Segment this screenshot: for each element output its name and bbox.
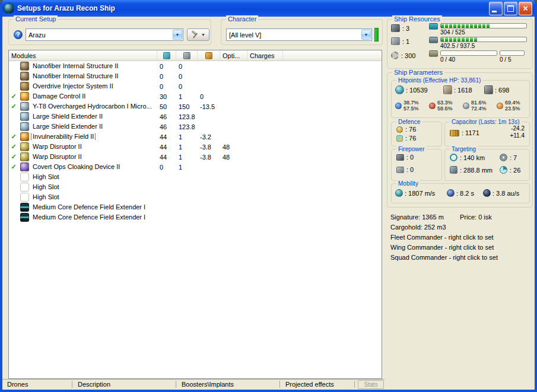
dronebay-bar [440,50,497,56]
optimal-column-title: Opti... [223,52,240,59]
targeting-label: Targeting [450,145,478,153]
module-row[interactable]: ✓ Warp Disruptor II 44 1 -3.8 48 [9,152,382,162]
character-select[interactable]: [All level V] ▼ [226,28,372,41]
tab-description[interactable]: Description [78,381,110,388]
powergrid-column-icon [183,52,190,59]
module-cpu-value: 46 [157,113,176,120]
capacitor-balance-stats: -24.2 +11.4 [510,125,525,139]
module-name: Large Shield Extender II [31,113,104,120]
minimize-button[interactable] [489,2,503,15]
cpu-stat: 304 / 525 [429,23,527,36]
column-header-filler [283,50,382,60]
close-button[interactable]: × [519,2,532,15]
capacitor-recharge-value: +11.4 [510,132,525,139]
character-group: Character [All level V] ▼ [221,19,383,45]
thermal-resist-icon [429,103,436,109]
titlebar[interactable]: Setups for Arazu Recon Ship × [0,0,537,17]
module-powergrid-value: 0 [176,73,198,80]
module-powergrid-value: 123.8 [176,113,198,120]
module-name: Y-T8 Overcharged Hydrocarbon I Micro... [31,103,153,110]
module-powergrid-value: 1 [176,133,198,141]
module-name: Invulnerability Field II [31,133,95,141]
fleet-commander-line[interactable]: Fleet Commander - right click to set [390,234,494,241]
modules-table-body: Nanofiber Internal Structure II 0 0 Nano… [9,61,382,222]
column-header-powergrid[interactable] [176,50,198,60]
targeting-group: Targeting : 140 km : 7 : 288.8 mm : 26 [444,149,530,181]
damage-control-icon [20,92,29,101]
help-icon[interactable]: ? [14,30,23,39]
agility-icon [447,189,455,197]
column-header-capacitor[interactable] [198,50,220,60]
module-row[interactable]: High Slot [9,182,382,192]
shield-extender-icon [20,122,29,131]
module-row[interactable]: Nanofiber Internal Structure II 0 0 [9,71,382,81]
ship-resources-label: Ship Resources [392,15,442,23]
module-row[interactable]: Large Shield Extender II 46 123.8 [9,122,382,132]
character-combo-arrow-icon[interactable]: ▼ [361,30,371,40]
module-cpu-value: 30 [157,93,176,100]
module-row[interactable]: Large Shield Extender II 46 123.8 [9,111,382,122]
column-header-cpu[interactable] [157,50,176,60]
tab-drones[interactable]: Drones [7,381,28,388]
module-cpu-value: 50 [157,103,176,110]
missile-dps-stat: : 0 [396,166,414,173]
column-header-modules[interactable]: Modules [9,50,157,60]
module-row[interactable]: ✓ Warp Disruptor II 44 1 -3.8 48 [9,142,382,152]
module-row[interactable]: High Slot [9,172,382,182]
wing-commander-line[interactable]: Wing Commander - right click to set [390,244,494,251]
hitpoints-values: : 10539 : 1618 : 698 [395,85,509,94]
current-setup-label: Current Setup [14,15,58,23]
setup-tools-button[interactable]: ▼ [187,28,209,41]
kinetic-resist: 81.6% 72.4% [463,100,497,111]
module-name: Medium Core Defence Field Extender I [31,203,147,211]
capacitor-amount-value: : 1171 [462,129,479,136]
kinetic-armor-resist-value: 72.4% [471,106,487,111]
module-row[interactable]: Medium Core Defence Field Extender I [9,212,382,222]
module-row[interactable]: Overdrive Injector System II 0 0 [9,81,382,91]
sensor-strength-stat: : 26 [500,166,520,174]
module-row[interactable]: ✓ Damage Control II 30 1 0 [9,91,382,101]
tab-boosters-implants[interactable]: Boosters\Implants [182,381,234,388]
explosive-resist-icon [497,103,503,109]
scan-resolution-icon [450,166,457,174]
squad-commander-line[interactable]: Squad Commander - right click to set [390,254,498,261]
module-row[interactable]: Medium Core Defence Field Extender I [9,202,382,212]
turret-dps-icon [396,154,404,161]
warp-disruptor-icon [20,142,29,151]
armor-hp-value: : 1618 [454,87,482,94]
defence-top-stat: : 76 [396,126,416,133]
cpu-column-icon [163,52,170,59]
maximize-button[interactable] [504,2,517,15]
empty-high-slot-icon [20,193,29,202]
column-header-optimal[interactable]: Opti... [220,50,247,60]
module-optimal-value: 48 [220,144,247,151]
setup-select[interactable]: Arazu ▼ [26,28,183,41]
tab-projected-effects[interactable]: Projected effects [285,381,334,388]
capacitor-usage-value: -24.2 [511,125,525,132]
module-row[interactable]: ✓ Y-T8 Overcharged Hydrocarbon I Micro..… [9,101,382,111]
empty-high-slot-icon [20,173,29,181]
setup-combo-arrow-icon[interactable]: ▼ [173,30,182,40]
powergrid-usage-text: 402.5 / 937.5 [440,43,527,49]
module-row[interactable]: ✓ Covert Ops Cloaking Device II 0 1 [9,162,382,172]
module-row[interactable]: Nanofiber Internal Structure II 0 0 [9,61,382,71]
module-active-check: ✓ [9,153,18,161]
cargohold-value: Cargohold: 252 m3 [390,224,446,231]
turret-dps-stat: : 0 [396,154,414,161]
module-row[interactable]: ✓ Invulnerability Field II 44 1 -3.2 [9,132,382,142]
module-name: Medium Core Defence Field Extender I [31,213,147,221]
minimize-icon [492,11,497,12]
module-capacitor-value: -3.8 [198,144,220,151]
module-name: High Slot [31,173,61,181]
kinetic-shield-resist-value: 81.6% [471,100,487,106]
max-targets-icon [500,154,507,161]
module-powergrid-value: 0 [176,63,198,70]
module-row[interactable]: High Slot [9,192,382,202]
stats-button[interactable]: Stats [358,380,384,389]
calibration-value: : 300 [401,52,415,59]
firepower-label: Firepower [396,145,426,153]
column-header-charges[interactable]: Charges [247,50,283,60]
module-powergrid-value: 1 [176,93,198,100]
character-label: Character [226,15,258,23]
client-area: Current Setup ? Arazu ▼ ▼ Character [All… [2,17,535,390]
